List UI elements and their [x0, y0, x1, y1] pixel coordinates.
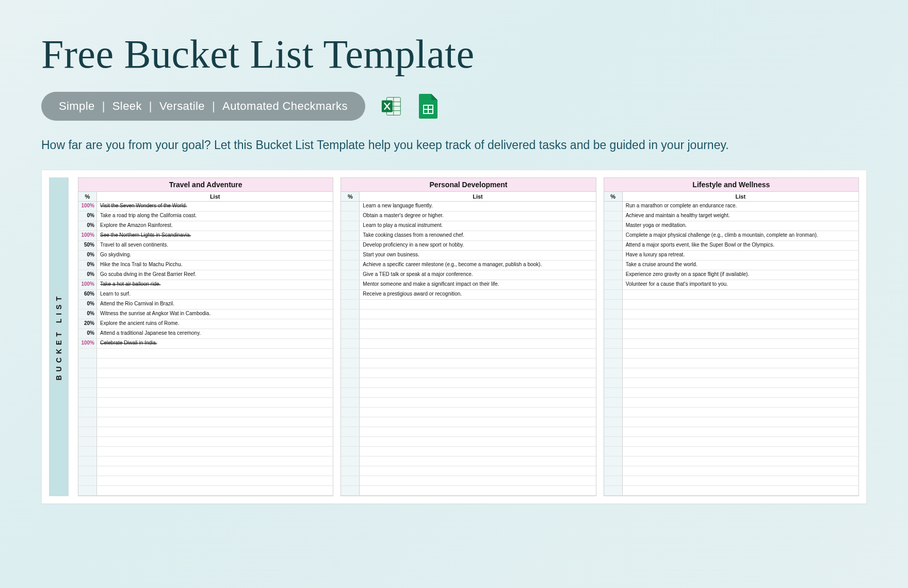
table-row — [604, 319, 858, 329]
table-row — [604, 398, 858, 407]
table-row: 60%Learn to surf. — [78, 290, 333, 300]
cell-list — [623, 300, 858, 309]
column-headers: %List — [341, 192, 595, 202]
table-row — [78, 349, 333, 358]
cell-list: Go skydiving. — [97, 251, 333, 260]
cell-list: Start your own business. — [360, 251, 595, 260]
table-row — [604, 417, 858, 427]
cell-percent — [78, 466, 97, 476]
cell-percent — [341, 309, 360, 319]
table-row — [604, 378, 858, 388]
table-row — [604, 407, 858, 417]
table-row — [604, 358, 858, 368]
table-row: 0%Attend the Rio Carnival in Brazil. — [78, 300, 333, 309]
cell-list — [623, 378, 858, 387]
table-row: Learn to play a musical instrument. — [341, 221, 595, 231]
cell-list: Receive a prestigious award or recogniti… — [360, 290, 595, 299]
cell-percent — [78, 476, 97, 485]
cell-percent — [604, 486, 623, 495]
cell-list — [360, 300, 595, 309]
cell-percent: 100% — [78, 280, 97, 289]
cell-percent — [604, 456, 623, 466]
table-row — [341, 358, 595, 368]
cell-list: Volunteer for a cause that's important t… — [623, 280, 858, 289]
table-row: 0%Hike the Inca Trail to Machu Picchu. — [78, 260, 333, 270]
cell-percent — [78, 456, 97, 466]
table-row — [341, 486, 595, 496]
cell-percent — [78, 398, 97, 407]
cell-percent — [341, 339, 360, 348]
cell-percent: 20% — [78, 319, 97, 329]
cell-list — [623, 319, 858, 329]
table-row: 100%Visit the Seven Wonders of the World… — [78, 202, 333, 211]
sidebar-bucket-list: BUCKET LIST — [49, 177, 69, 496]
cell-list: Mentor someone and make a significant im… — [360, 280, 595, 289]
table-row: Experience zero gravity on a space fligh… — [604, 270, 858, 280]
cell-percent — [341, 221, 360, 231]
cell-percent — [604, 202, 623, 211]
column-headers: %List — [604, 192, 858, 202]
table-row — [78, 388, 333, 398]
cell-list — [623, 339, 858, 348]
table-row — [604, 466, 858, 476]
cell-percent — [341, 407, 360, 417]
cell-list — [97, 476, 333, 485]
table-row — [341, 407, 595, 417]
table-row: Mentor someone and make a significant im… — [341, 280, 595, 290]
cell-percent — [604, 349, 623, 358]
cell-list — [360, 358, 595, 368]
cell-percent — [604, 251, 623, 260]
cell-percent: 0% — [78, 270, 97, 280]
cell-percent: 0% — [78, 260, 97, 270]
table-row: Obtain a master's degree or higher. — [341, 211, 595, 221]
table-row: 50%Travel to all seven continents. — [78, 241, 333, 251]
cell-percent — [604, 280, 623, 289]
cell-list — [360, 339, 595, 348]
table-row — [341, 368, 595, 378]
table-row: 0%Attend a traditional Japanese tea cere… — [78, 329, 333, 339]
cell-list: Learn to surf. — [97, 290, 333, 299]
cell-percent — [604, 388, 623, 397]
table-row — [341, 466, 595, 476]
table-row: Develop proficiency in a new sport or ho… — [341, 241, 595, 251]
column-header-list: List — [97, 192, 333, 201]
cell-list — [360, 309, 595, 319]
column-header-percent: % — [78, 192, 97, 201]
cell-percent — [341, 388, 360, 397]
cell-percent — [341, 280, 360, 289]
cell-list — [360, 427, 595, 436]
cell-percent — [604, 309, 623, 319]
cell-percent — [78, 378, 97, 387]
table-row — [604, 368, 858, 378]
cell-percent: 0% — [78, 211, 97, 221]
cell-percent — [341, 231, 360, 240]
cell-list — [97, 368, 333, 378]
cell-percent — [604, 368, 623, 378]
cell-list — [623, 456, 858, 466]
cell-list — [360, 437, 595, 446]
cell-percent — [604, 270, 623, 280]
cell-percent — [78, 427, 97, 436]
cell-percent — [604, 476, 623, 485]
table-row — [341, 447, 595, 456]
column-header-percent: % — [604, 192, 623, 201]
cell-list — [360, 456, 595, 466]
table-row: Take a cruise around the world. — [604, 260, 858, 270]
cell-list — [97, 456, 333, 466]
table-row — [78, 378, 333, 388]
cell-percent — [604, 231, 623, 240]
cell-list — [623, 427, 858, 436]
category-header: Travel and Adventure — [78, 178, 333, 192]
cell-percent — [604, 339, 623, 348]
cell-list — [97, 358, 333, 368]
cell-list — [97, 349, 333, 358]
table-row — [78, 456, 333, 466]
table-row: Take cooking classes from a renowned che… — [341, 231, 595, 241]
cell-list: Learn a new language fluently. — [360, 202, 595, 211]
cell-list — [97, 427, 333, 436]
feature-separator: | — [212, 100, 215, 113]
cell-list — [360, 417, 595, 427]
cell-percent — [604, 260, 623, 270]
cell-list: Give a TED talk or speak at a major conf… — [360, 270, 595, 280]
table-row — [604, 456, 858, 466]
